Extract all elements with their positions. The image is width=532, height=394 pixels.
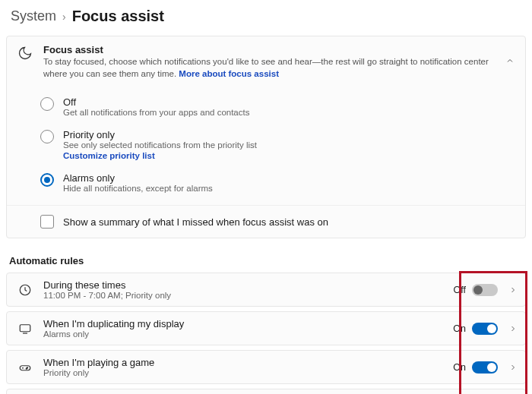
gamepad-icon [17, 360, 33, 375]
rule-title: During these times [43, 279, 443, 291]
mode-priority-sub: See only selected notifications from the… [63, 140, 257, 150]
rule-toggle[interactable] [472, 323, 498, 335]
rule-sub: Priority only [43, 368, 442, 377]
automatic-rules-list: During these times 11:00 PM - 7:00 AM; P… [6, 273, 526, 394]
rule-title: When I'm duplicating my display [43, 318, 442, 329]
rule-duplicating-display[interactable]: When I'm duplicating my display Alarms o… [6, 311, 526, 345]
mode-off-row[interactable]: Off Get all notifications from your apps… [40, 90, 525, 123]
page-title: Focus assist [72, 8, 164, 25]
chevron-right-icon[interactable] [508, 285, 518, 295]
rule-playing-game[interactable]: When I'm playing a game Priority only On [6, 350, 526, 384]
mode-alarms-label: Alarms only [63, 172, 213, 184]
chevron-up-icon[interactable] [505, 56, 515, 68]
toggle-state-label: On [453, 323, 466, 334]
focus-assist-card: Focus assist To stay focused, choose whi… [6, 36, 526, 238]
moon-icon [17, 46, 33, 61]
focus-mode-radio-group: Off Get all notifications from your apps… [7, 87, 525, 202]
rule-during-these-times[interactable]: During these times 11:00 PM - 7:00 AM; P… [6, 273, 526, 307]
toggle-state-label: On [453, 362, 466, 373]
svg-rect-1 [20, 324, 30, 331]
rule-sub: Alarms only [43, 329, 442, 339]
mode-off-sub: Get all notifications from your apps and… [63, 108, 249, 117]
more-about-link[interactable]: More about focus assist [179, 69, 279, 78]
radio-off[interactable] [40, 97, 54, 111]
summary-checkbox-label: Show a summary of what I missed when foc… [63, 216, 328, 228]
toggle-state-label: Off [454, 285, 466, 295]
rule-toggle[interactable] [472, 361, 498, 374]
mode-alarms-sub: Hide all notifications, except for alarm… [63, 184, 213, 193]
customize-priority-link[interactable]: Customize priority list [63, 151, 257, 160]
chevron-right-icon[interactable] [508, 324, 518, 333]
mode-priority-row[interactable]: Priority only See only selected notifica… [40, 123, 525, 166]
automatic-rules-heading: Automatic rules [9, 255, 526, 266]
rule-sub: 11:00 PM - 7:00 AM; Priority only [43, 291, 443, 300]
monitor-icon [17, 321, 33, 336]
breadcrumb: System › Focus assist [6, 8, 526, 25]
mode-off-label: Off [63, 96, 249, 108]
svg-rect-3 [20, 365, 30, 370]
rule-full-screen-app[interactable]: When I'm using an app in full screen mod… [6, 389, 526, 394]
focus-assist-title: Focus assist [43, 44, 495, 55]
radio-priority[interactable] [40, 130, 54, 143]
chevron-right-icon: › [62, 11, 66, 23]
mode-alarms-row[interactable]: Alarms only Hide all notifications, exce… [40, 166, 525, 199]
radio-alarms[interactable] [40, 173, 54, 187]
clock-icon [17, 282, 33, 298]
rule-title: When I'm playing a game [43, 357, 442, 368]
focus-assist-header[interactable]: Focus assist To stay focused, choose whi… [7, 36, 525, 87]
summary-checkbox[interactable] [40, 215, 54, 229]
summary-checkbox-row[interactable]: Show a summary of what I missed when foc… [7, 205, 525, 238]
mode-priority-label: Priority only [63, 129, 257, 140]
rule-toggle[interactable] [472, 284, 498, 296]
chevron-right-icon[interactable] [508, 363, 518, 372]
svg-point-7 [26, 368, 27, 369]
focus-assist-description: To stay focused, choose which notificati… [43, 55, 495, 80]
breadcrumb-parent[interactable]: System [11, 8, 56, 24]
